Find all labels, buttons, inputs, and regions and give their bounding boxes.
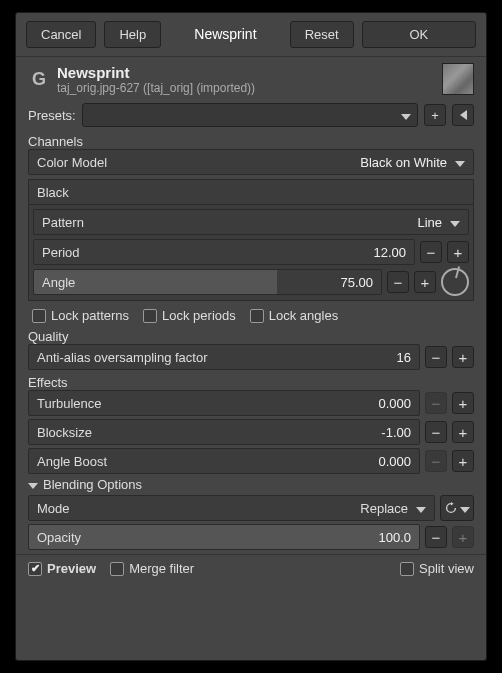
blocksize-slider[interactable]: Blocksize -1.00	[28, 419, 420, 445]
blocksize-label: Blocksize	[37, 425, 381, 440]
help-button[interactable]: Help	[104, 21, 161, 48]
color-model-label: Color Model	[37, 155, 360, 170]
blending-options-expander[interactable]: Blending Options	[16, 474, 486, 495]
mode-label: Mode	[37, 501, 360, 516]
lock-periods-checkbox[interactable]: Lock periods	[143, 308, 236, 323]
chevron-down-icon	[416, 501, 426, 516]
lock-patterns-checkbox[interactable]: Lock patterns	[32, 308, 129, 323]
menu-arrow-icon	[460, 110, 467, 120]
turbulence-increment[interactable]	[452, 392, 474, 414]
opacity-decrement[interactable]	[425, 526, 447, 548]
blocksize-increment[interactable]	[452, 421, 474, 443]
period-increment[interactable]	[447, 241, 469, 263]
antialias-slider[interactable]: Anti-alias oversampling factor 16	[28, 344, 420, 370]
blocksize-decrement[interactable]	[425, 421, 447, 443]
dialog-header: G Newsprint taj_orig.jpg-627 ([taj_orig]…	[16, 57, 486, 97]
antialias-increment[interactable]	[452, 346, 474, 368]
effects-section-label: Effects	[16, 370, 486, 390]
angleboost-slider[interactable]: Angle Boost 0.000	[28, 448, 420, 474]
period-slider[interactable]: Period 12.00	[33, 239, 415, 265]
angleboost-decrement	[425, 450, 447, 472]
angle-dial[interactable]	[441, 268, 469, 296]
presets-row: Presets:	[16, 101, 486, 129]
filter-subtitle: taj_orig.jpg-627 ([taj_orig] (imported))	[57, 81, 255, 95]
mode-switch-button[interactable]	[440, 495, 474, 521]
dialog-button-bar: Cancel Help Newsprint Reset OK	[16, 13, 486, 57]
channel-panel: Pattern Line Period 12.00 Angle 75.00	[28, 205, 474, 301]
channels-section-label: Channels	[16, 129, 486, 149]
angle-label: Angle	[42, 275, 340, 290]
split-view-checkbox[interactable]: Split view	[400, 561, 474, 576]
filter-title: Newsprint	[57, 64, 255, 81]
angleboost-label: Angle Boost	[37, 454, 378, 469]
lock-patterns-label: Lock patterns	[51, 308, 129, 323]
reset-button[interactable]: Reset	[290, 21, 354, 48]
antialias-decrement[interactable]	[425, 346, 447, 368]
gimp-icon: G	[28, 68, 50, 90]
mode-value: Replace	[360, 501, 408, 516]
quality-section-label: Quality	[16, 327, 486, 344]
blocksize-value: -1.00	[381, 425, 411, 440]
dialog-footer: Preview Merge filter Split view	[16, 554, 486, 582]
period-value: 12.00	[373, 245, 406, 260]
angle-decrement[interactable]	[387, 271, 409, 293]
turbulence-label: Turbulence	[37, 396, 378, 411]
chevron-down-icon	[460, 501, 470, 516]
turbulence-value: 0.000	[378, 396, 411, 411]
lock-angles-checkbox[interactable]: Lock angles	[250, 308, 338, 323]
newsprint-dialog: Cancel Help Newsprint Reset OK G Newspri…	[15, 12, 487, 661]
turbulence-slider[interactable]: Turbulence 0.000	[28, 390, 420, 416]
antialias-value: 16	[397, 350, 411, 365]
preview-checkbox[interactable]: Preview	[28, 561, 96, 576]
preset-menu-button[interactable]	[452, 104, 474, 126]
chevron-down-icon	[455, 155, 465, 170]
turbulence-decrement	[425, 392, 447, 414]
merge-filter-checkbox[interactable]: Merge filter	[110, 561, 194, 576]
tab-label: Black	[37, 185, 69, 200]
antialias-label: Anti-alias oversampling factor	[37, 350, 397, 365]
chevron-down-icon	[401, 108, 411, 123]
switch-icon	[444, 501, 458, 515]
color-model-combo[interactable]: Color Model Black on White	[28, 149, 474, 175]
period-label: Period	[42, 245, 373, 260]
split-view-label: Split view	[419, 561, 474, 576]
presets-combo[interactable]	[82, 103, 418, 127]
cancel-button[interactable]: Cancel	[26, 21, 96, 48]
opacity-label: Opacity	[37, 530, 378, 545]
opacity-value: 100.0	[378, 530, 411, 545]
ok-button[interactable]: OK	[362, 21, 476, 48]
mode-combo[interactable]: Mode Replace	[28, 495, 435, 521]
preview-label: Preview	[47, 561, 96, 576]
pattern-value: Line	[417, 215, 442, 230]
period-decrement[interactable]	[420, 241, 442, 263]
opacity-slider[interactable]: Opacity 100.0	[28, 524, 420, 550]
dialog-title: Newsprint	[169, 21, 281, 48]
chevron-down-icon	[450, 215, 460, 230]
angleboost-increment[interactable]	[452, 450, 474, 472]
lock-periods-label: Lock periods	[162, 308, 236, 323]
presets-label: Presets:	[28, 108, 76, 123]
pattern-label: Pattern	[42, 215, 417, 230]
merge-filter-label: Merge filter	[129, 561, 194, 576]
opacity-increment	[452, 526, 474, 548]
lock-angles-label: Lock angles	[269, 308, 338, 323]
color-model-value: Black on White	[360, 155, 447, 170]
channel-tab-black[interactable]: Black	[28, 179, 474, 205]
chevron-down-icon	[28, 477, 38, 492]
blending-options-label: Blending Options	[43, 477, 142, 492]
pattern-combo[interactable]: Pattern Line	[33, 209, 469, 235]
preset-add-button[interactable]	[424, 104, 446, 126]
angle-value: 75.00	[340, 275, 373, 290]
angle-increment[interactable]	[414, 271, 436, 293]
angle-slider[interactable]: Angle 75.00	[33, 269, 382, 295]
angleboost-value: 0.000	[378, 454, 411, 469]
preview-thumbnail[interactable]	[442, 63, 474, 95]
